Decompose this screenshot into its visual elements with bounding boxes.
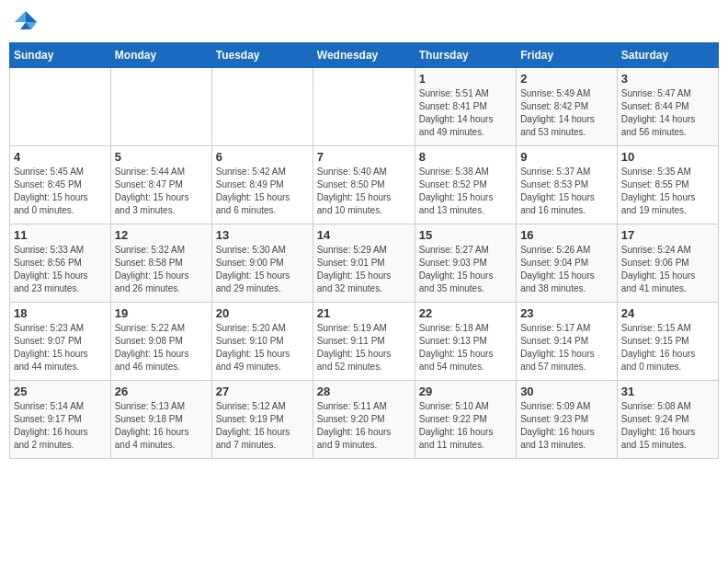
logo-icon xyxy=(13,9,39,35)
calendar-cell: 23Sunrise: 5:17 AM Sunset: 9:14 PM Dayli… xyxy=(517,303,618,381)
day-info: Sunrise: 5:24 AM Sunset: 9:06 PM Dayligh… xyxy=(621,244,714,295)
calendar-cell: 24Sunrise: 5:15 AM Sunset: 9:15 PM Dayli… xyxy=(617,303,718,381)
day-info: Sunrise: 5:08 AM Sunset: 9:24 PM Dayligh… xyxy=(621,400,714,452)
calendar-cell: 21Sunrise: 5:19 AM Sunset: 9:11 PM Dayli… xyxy=(313,303,415,381)
day-number: 30 xyxy=(520,385,613,398)
calendar-week-row: 4Sunrise: 5:45 AM Sunset: 8:45 PM Daylig… xyxy=(10,146,719,224)
calendar-cell: 16Sunrise: 5:26 AM Sunset: 9:04 PM Dayli… xyxy=(517,224,618,303)
day-info: Sunrise: 5:10 AM Sunset: 9:22 PM Dayligh… xyxy=(419,400,512,452)
day-info: Sunrise: 5:44 AM Sunset: 8:47 PM Dayligh… xyxy=(115,166,208,217)
calendar-cell: 17Sunrise: 5:24 AM Sunset: 9:06 PM Dayli… xyxy=(617,224,718,303)
calendar-header xyxy=(9,9,719,35)
day-number: 4 xyxy=(14,150,107,164)
day-number: 18 xyxy=(14,306,107,320)
calendar-week-row: 18Sunrise: 5:23 AM Sunset: 9:07 PM Dayli… xyxy=(10,303,719,381)
calendar-cell: 2Sunrise: 5:49 AM Sunset: 8:42 PM Daylig… xyxy=(517,68,618,146)
weekday-header: Wednesday xyxy=(313,43,415,68)
day-info: Sunrise: 5:20 AM Sunset: 9:10 PM Dayligh… xyxy=(216,322,309,373)
day-number: 2 xyxy=(520,72,613,86)
day-info: Sunrise: 5:14 AM Sunset: 9:17 PM Dayligh… xyxy=(14,400,107,452)
calendar-cell: 1Sunrise: 5:51 AM Sunset: 8:41 PM Daylig… xyxy=(415,68,516,146)
day-info: Sunrise: 5:17 AM Sunset: 9:14 PM Dayligh… xyxy=(520,322,613,373)
calendar-cell: 28Sunrise: 5:11 AM Sunset: 9:20 PM Dayli… xyxy=(313,381,415,459)
calendar-cell: 5Sunrise: 5:44 AM Sunset: 8:47 PM Daylig… xyxy=(110,146,211,224)
calendar-cell: 26Sunrise: 5:13 AM Sunset: 9:18 PM Dayli… xyxy=(110,381,211,459)
day-info: Sunrise: 5:32 AM Sunset: 8:58 PM Dayligh… xyxy=(115,244,208,295)
day-number: 16 xyxy=(520,228,613,242)
calendar-cell: 19Sunrise: 5:22 AM Sunset: 9:08 PM Dayli… xyxy=(110,303,211,381)
calendar-cell: 20Sunrise: 5:20 AM Sunset: 9:10 PM Dayli… xyxy=(211,303,313,381)
calendar-cell: 9Sunrise: 5:37 AM Sunset: 8:53 PM Daylig… xyxy=(517,146,618,224)
day-info: Sunrise: 5:22 AM Sunset: 9:08 PM Dayligh… xyxy=(115,322,208,373)
day-number: 31 xyxy=(621,385,714,398)
weekday-header: Saturday xyxy=(617,43,718,68)
calendar-week-row: 11Sunrise: 5:33 AM Sunset: 8:56 PM Dayli… xyxy=(10,224,719,303)
day-info: Sunrise: 5:40 AM Sunset: 8:50 PM Dayligh… xyxy=(317,166,411,217)
day-info: Sunrise: 5:19 AM Sunset: 9:11 PM Dayligh… xyxy=(317,322,411,373)
calendar-cell: 6Sunrise: 5:42 AM Sunset: 8:49 PM Daylig… xyxy=(211,146,313,224)
calendar-cell xyxy=(313,68,415,146)
calendar-cell: 12Sunrise: 5:32 AM Sunset: 8:58 PM Dayli… xyxy=(110,224,211,303)
calendar-cell: 3Sunrise: 5:47 AM Sunset: 8:44 PM Daylig… xyxy=(617,68,718,146)
day-info: Sunrise: 5:27 AM Sunset: 9:03 PM Dayligh… xyxy=(419,244,512,295)
day-info: Sunrise: 5:18 AM Sunset: 9:13 PM Dayligh… xyxy=(419,322,512,373)
day-info: Sunrise: 5:15 AM Sunset: 9:15 PM Dayligh… xyxy=(621,322,714,373)
weekday-header: Monday xyxy=(110,43,211,68)
calendar-cell: 14Sunrise: 5:29 AM Sunset: 9:01 PM Dayli… xyxy=(313,224,415,303)
calendar-cell: 11Sunrise: 5:33 AM Sunset: 8:56 PM Dayli… xyxy=(10,224,111,303)
calendar-cell: 29Sunrise: 5:10 AM Sunset: 9:22 PM Dayli… xyxy=(415,381,516,459)
day-info: Sunrise: 5:35 AM Sunset: 8:55 PM Dayligh… xyxy=(621,166,714,217)
calendar-cell: 27Sunrise: 5:12 AM Sunset: 9:19 PM Dayli… xyxy=(211,381,313,459)
day-number: 7 xyxy=(317,150,411,164)
day-info: Sunrise: 5:12 AM Sunset: 9:19 PM Dayligh… xyxy=(216,400,309,452)
calendar-cell: 15Sunrise: 5:27 AM Sunset: 9:03 PM Dayli… xyxy=(415,224,516,303)
calendar-cell: 7Sunrise: 5:40 AM Sunset: 8:50 PM Daylig… xyxy=(313,146,415,224)
day-info: Sunrise: 5:37 AM Sunset: 8:53 PM Dayligh… xyxy=(520,166,613,217)
day-info: Sunrise: 5:13 AM Sunset: 9:18 PM Dayligh… xyxy=(115,400,208,452)
day-number: 8 xyxy=(419,150,512,164)
day-info: Sunrise: 5:47 AM Sunset: 8:44 PM Dayligh… xyxy=(621,87,714,139)
day-info: Sunrise: 5:49 AM Sunset: 8:42 PM Dayligh… xyxy=(520,87,613,139)
calendar-cell: 18Sunrise: 5:23 AM Sunset: 9:07 PM Dayli… xyxy=(10,303,111,381)
day-number: 9 xyxy=(520,150,613,164)
day-number: 20 xyxy=(216,306,309,320)
day-info: Sunrise: 5:29 AM Sunset: 9:01 PM Dayligh… xyxy=(317,244,411,295)
calendar-header-row: SundayMondayTuesdayWednesdayThursdayFrid… xyxy=(10,43,719,68)
svg-marker-0 xyxy=(26,11,37,22)
calendar-cell: 31Sunrise: 5:08 AM Sunset: 9:24 PM Dayli… xyxy=(617,381,718,459)
day-number: 13 xyxy=(216,228,309,242)
calendar-cell xyxy=(211,68,313,146)
calendar-cell: 13Sunrise: 5:30 AM Sunset: 9:00 PM Dayli… xyxy=(211,224,313,303)
svg-marker-3 xyxy=(15,11,26,22)
calendar-cell: 30Sunrise: 5:09 AM Sunset: 9:23 PM Dayli… xyxy=(517,381,618,459)
day-number: 23 xyxy=(520,306,613,320)
day-info: Sunrise: 5:09 AM Sunset: 9:23 PM Dayligh… xyxy=(520,400,613,452)
day-number: 12 xyxy=(115,228,208,242)
calendar-cell: 25Sunrise: 5:14 AM Sunset: 9:17 PM Dayli… xyxy=(10,381,111,459)
day-number: 27 xyxy=(216,385,309,398)
calendar-week-row: 25Sunrise: 5:14 AM Sunset: 9:17 PM Dayli… xyxy=(10,381,719,459)
calendar-cell xyxy=(110,68,211,146)
day-number: 19 xyxy=(115,306,208,320)
day-number: 10 xyxy=(621,150,714,164)
day-number: 6 xyxy=(216,150,309,164)
day-info: Sunrise: 5:51 AM Sunset: 8:41 PM Dayligh… xyxy=(419,87,512,139)
day-number: 15 xyxy=(419,228,512,242)
calendar-cell: 10Sunrise: 5:35 AM Sunset: 8:55 PM Dayli… xyxy=(617,146,718,224)
day-info: Sunrise: 5:30 AM Sunset: 9:00 PM Dayligh… xyxy=(216,244,309,295)
day-number: 26 xyxy=(115,385,208,398)
day-info: Sunrise: 5:26 AM Sunset: 9:04 PM Dayligh… xyxy=(520,244,613,295)
day-info: Sunrise: 5:38 AM Sunset: 8:52 PM Dayligh… xyxy=(419,166,512,217)
day-number: 1 xyxy=(419,72,512,86)
day-info: Sunrise: 5:45 AM Sunset: 8:45 PM Dayligh… xyxy=(14,166,107,217)
day-info: Sunrise: 5:33 AM Sunset: 8:56 PM Dayligh… xyxy=(14,244,107,295)
weekday-header: Thursday xyxy=(415,43,516,68)
day-number: 5 xyxy=(115,150,208,164)
day-number: 29 xyxy=(419,385,512,398)
calendar-cell: 8Sunrise: 5:38 AM Sunset: 8:52 PM Daylig… xyxy=(415,146,516,224)
day-number: 25 xyxy=(14,385,107,398)
weekday-header: Sunday xyxy=(10,43,111,68)
day-number: 3 xyxy=(621,72,714,86)
day-number: 14 xyxy=(317,228,411,242)
weekday-header: Tuesday xyxy=(211,43,313,68)
